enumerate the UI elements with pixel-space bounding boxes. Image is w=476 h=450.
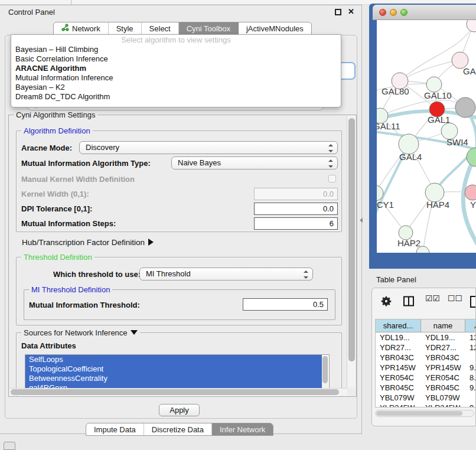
mi-steps-label: Mutual Information Steps: <box>21 219 116 228</box>
minimized-window-icon[interactable] <box>4 442 15 450</box>
control-panel-titlebar: Control Panel ✕ <box>0 5 361 19</box>
node-label: GCY1 <box>377 200 394 210</box>
table-cell: YBR045C <box>376 383 421 393</box>
tab-network[interactable]: Network <box>54 22 109 34</box>
tab-infer-network[interactable]: Infer Network <box>212 423 273 435</box>
table-cell: 9. <box>465 403 476 407</box>
threshold-definition-title: Threshold Definition <box>21 253 94 262</box>
combo-arrows-icon <box>304 270 308 279</box>
algorithm-dropdown-popup: Select algorithm to view settings Bayesi… <box>11 34 341 107</box>
mi-type-value: Naive Bayes <box>178 158 221 167</box>
split-divider-collapse-icon[interactable] <box>360 218 363 223</box>
tab-impute-data[interactable]: Impute Data <box>86 423 144 435</box>
table-row[interactable]: YLR345WYLR345W9. <box>376 403 476 407</box>
hub-definition-expander[interactable]: Hub/Transcription Factor Definition <box>22 238 154 247</box>
network-node[interactable] <box>467 148 476 167</box>
table-row[interactable]: YPR145WYPR145W9. <box>376 363 476 373</box>
scrollbar-thumb[interactable] <box>348 118 355 361</box>
node-label: GAL11 <box>377 121 400 131</box>
scrollbar-thumb[interactable] <box>376 411 462 416</box>
kernel-width-label: Kernel Width (0,1): <box>21 190 89 198</box>
split-columns-icon[interactable] <box>403 295 415 307</box>
scrollbar-thumb[interactable] <box>11 389 339 395</box>
network-node-gal4[interactable] <box>399 134 419 154</box>
table-cell <box>465 353 476 363</box>
apply-button[interactable]: Apply <box>159 404 200 416</box>
kernel-width-field[interactable]: 0.0 <box>254 188 338 200</box>
tab-discretize-data[interactable]: Discretize Data <box>144 423 212 435</box>
table-row[interactable]: YDL19...YDL19...13 <box>376 332 476 343</box>
dropdown-item[interactable]: Bayesian – Hill Climbing <box>11 45 341 54</box>
mi-type-label: Mutual Information Algorithm Type: <box>21 159 151 168</box>
network-canvas[interactable]: GALGAL80GAL10GAL1GAL11SWI4GAL4GCY1HAP4YH… <box>377 20 476 253</box>
dropdown-item[interactable]: Bayesian – K2 <box>11 83 341 92</box>
network-view-window: GALGAL80GAL10GAL1GAL11SWI4GAL4GCY1HAP4YH… <box>369 4 476 269</box>
network-node[interactable] <box>467 20 476 32</box>
combo-arrows-icon <box>328 144 333 153</box>
table-cell: YLR345W <box>421 403 465 407</box>
table-panel: ☑☑ ☐☐ shared...nameA YDL19...YDL19...13Y… <box>371 288 476 426</box>
table-cell: YBL079W <box>421 393 465 403</box>
sources-group-title[interactable]: Sources for Network Inference <box>21 328 140 337</box>
table-cell <box>465 393 476 403</box>
attribute-list-item[interactable]: BetweennessCentrality <box>25 374 322 383</box>
document-icon[interactable] <box>469 295 476 308</box>
float-window-icon[interactable] <box>335 9 341 15</box>
mi-type-combobox[interactable]: Naive Bayes <box>171 156 338 169</box>
node-table[interactable]: shared...nameA YDL19...YDL19...13YDR27..… <box>375 319 476 407</box>
unchecked-boxes-icon[interactable]: ☐☐ <box>448 294 462 303</box>
close-traffic-light-icon[interactable] <box>379 9 386 16</box>
settings-horizontal-scrollbar[interactable] <box>9 388 347 396</box>
manual-kernel-checkbox[interactable] <box>328 175 336 182</box>
gear-icon[interactable] <box>380 295 392 307</box>
aracne-mode-combobox[interactable]: Discovery <box>79 141 338 154</box>
table-row[interactable]: YBR045CYBR045C9. <box>376 383 476 393</box>
data-attributes-list[interactable]: SelfLoopsTopologicalCoefficientBetweenne… <box>25 354 330 392</box>
tab-style[interactable]: Style <box>109 22 142 34</box>
column-header[interactable]: shared... <box>376 319 421 332</box>
minimize-traffic-light-icon[interactable] <box>390 9 397 16</box>
which-threshold-combobox[interactable]: MI Threshold <box>139 268 313 281</box>
checked-boxes-icon[interactable]: ☑☑ <box>425 294 440 303</box>
dropdown-item[interactable]: Dream8 DC_TDC Algorithm <box>11 92 341 102</box>
attributes-list-scrollbar[interactable] <box>322 356 328 392</box>
column-header[interactable]: name <box>421 319 465 332</box>
network-node[interactable] <box>455 97 475 118</box>
table-row[interactable]: YER054CYER054C8. <box>376 373 476 383</box>
column-header[interactable]: A <box>465 319 476 332</box>
table-row[interactable]: YDR27...YDR27...12 <box>376 343 476 353</box>
zoom-traffic-light-icon[interactable] <box>400 9 407 16</box>
tab-cyni-toolbox[interactable]: Cyni Toolbox <box>179 22 239 34</box>
cyni-bottom-tabbar: Impute DataDiscretize DataInfer Network <box>86 423 273 436</box>
dpi-tolerance-field[interactable]: 0.0 <box>254 203 338 215</box>
algorithm-dropdown-placeholder: Select algorithm to view settings <box>11 35 341 45</box>
table-horizontal-scrollbar[interactable] <box>375 410 474 417</box>
node-label: HAP4 <box>426 200 449 210</box>
sources-group: Sources for Network Inference Data Attri… <box>16 332 342 396</box>
aracne-mode-label: Aracne Mode: <box>21 144 72 152</box>
table-row[interactable]: YBL079WYBL079W <box>376 393 476 403</box>
tab-select[interactable]: Select <box>142 22 179 34</box>
dropdown-item[interactable]: ARACNE Algorithm <box>11 64 341 73</box>
mi-steps-field[interactable]: 6 <box>254 217 338 230</box>
dropdown-item[interactable]: Mutual Information Inference <box>11 73 341 83</box>
expand-right-icon <box>148 239 154 246</box>
table-cell: YBR043C <box>376 353 421 363</box>
table-cell: 9. <box>465 383 476 393</box>
table-row[interactable]: YBR043CYBR043C <box>376 353 476 363</box>
dropdown-item[interactable]: Basic Correlation Inference <box>11 54 341 64</box>
table-cell: YBR045C <box>421 383 465 393</box>
data-attributes-label: Data Attributes <box>21 341 76 350</box>
attribute-list-item[interactable]: TopologicalCoefficient <box>25 364 322 374</box>
network-icon <box>61 24 69 33</box>
tab-label: Select <box>149 24 171 33</box>
table-cell: 13 <box>465 332 476 343</box>
mi-threshold-field[interactable]: 0.5 <box>243 298 328 311</box>
attribute-list-item[interactable]: SelfLoops <box>25 355 322 364</box>
table-cell: YDL19... <box>421 332 465 343</box>
tab-jactivemnodules[interactable]: jActiveMNodules <box>239 22 311 34</box>
node-label: Y <box>470 200 476 210</box>
network-node-y[interactable] <box>465 185 476 200</box>
settings-vertical-scrollbar[interactable] <box>347 116 356 387</box>
close-icon[interactable]: ✕ <box>348 7 354 16</box>
